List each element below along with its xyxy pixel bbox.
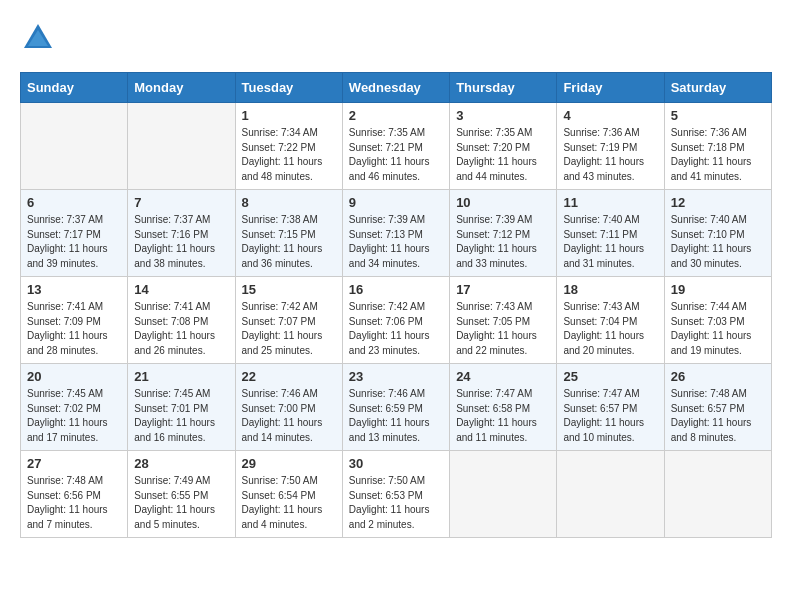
day-number: 17 <box>456 282 550 297</box>
day-info: Sunrise: 7:35 AMSunset: 7:21 PMDaylight:… <box>349 126 443 184</box>
day-number: 26 <box>671 369 765 384</box>
day-info: Sunrise: 7:37 AMSunset: 7:17 PMDaylight:… <box>27 213 121 271</box>
day-number: 6 <box>27 195 121 210</box>
day-number: 11 <box>563 195 657 210</box>
day-info: Sunrise: 7:46 AMSunset: 7:00 PMDaylight:… <box>242 387 336 445</box>
calendar-week-row: 1Sunrise: 7:34 AMSunset: 7:22 PMDaylight… <box>21 103 772 190</box>
calendar-cell: 8Sunrise: 7:38 AMSunset: 7:15 PMDaylight… <box>235 190 342 277</box>
day-info: Sunrise: 7:39 AMSunset: 7:13 PMDaylight:… <box>349 213 443 271</box>
day-number: 5 <box>671 108 765 123</box>
calendar-cell: 25Sunrise: 7:47 AMSunset: 6:57 PMDayligh… <box>557 364 664 451</box>
calendar-cell: 20Sunrise: 7:45 AMSunset: 7:02 PMDayligh… <box>21 364 128 451</box>
calendar-cell: 22Sunrise: 7:46 AMSunset: 7:00 PMDayligh… <box>235 364 342 451</box>
calendar-cell: 9Sunrise: 7:39 AMSunset: 7:13 PMDaylight… <box>342 190 449 277</box>
day-info: Sunrise: 7:47 AMSunset: 6:58 PMDaylight:… <box>456 387 550 445</box>
calendar-cell: 23Sunrise: 7:46 AMSunset: 6:59 PMDayligh… <box>342 364 449 451</box>
day-info: Sunrise: 7:43 AMSunset: 7:04 PMDaylight:… <box>563 300 657 358</box>
day-number: 3 <box>456 108 550 123</box>
day-info: Sunrise: 7:38 AMSunset: 7:15 PMDaylight:… <box>242 213 336 271</box>
day-info: Sunrise: 7:48 AMSunset: 6:57 PMDaylight:… <box>671 387 765 445</box>
day-number: 22 <box>242 369 336 384</box>
weekday-header: Thursday <box>450 73 557 103</box>
day-info: Sunrise: 7:50 AMSunset: 6:53 PMDaylight:… <box>349 474 443 532</box>
calendar-cell: 28Sunrise: 7:49 AMSunset: 6:55 PMDayligh… <box>128 451 235 538</box>
day-number: 14 <box>134 282 228 297</box>
day-info: Sunrise: 7:42 AMSunset: 7:07 PMDaylight:… <box>242 300 336 358</box>
day-info: Sunrise: 7:41 AMSunset: 7:08 PMDaylight:… <box>134 300 228 358</box>
calendar-cell: 29Sunrise: 7:50 AMSunset: 6:54 PMDayligh… <box>235 451 342 538</box>
day-info: Sunrise: 7:42 AMSunset: 7:06 PMDaylight:… <box>349 300 443 358</box>
calendar-cell: 13Sunrise: 7:41 AMSunset: 7:09 PMDayligh… <box>21 277 128 364</box>
calendar-cell <box>128 103 235 190</box>
calendar-week-row: 13Sunrise: 7:41 AMSunset: 7:09 PMDayligh… <box>21 277 772 364</box>
day-number: 21 <box>134 369 228 384</box>
day-number: 16 <box>349 282 443 297</box>
calendar-cell: 16Sunrise: 7:42 AMSunset: 7:06 PMDayligh… <box>342 277 449 364</box>
day-info: Sunrise: 7:36 AMSunset: 7:18 PMDaylight:… <box>671 126 765 184</box>
day-number: 12 <box>671 195 765 210</box>
day-number: 1 <box>242 108 336 123</box>
day-info: Sunrise: 7:45 AMSunset: 7:01 PMDaylight:… <box>134 387 228 445</box>
day-info: Sunrise: 7:40 AMSunset: 7:10 PMDaylight:… <box>671 213 765 271</box>
calendar-cell: 12Sunrise: 7:40 AMSunset: 7:10 PMDayligh… <box>664 190 771 277</box>
logo-icon <box>20 20 56 56</box>
calendar-cell: 18Sunrise: 7:43 AMSunset: 7:04 PMDayligh… <box>557 277 664 364</box>
calendar-cell: 5Sunrise: 7:36 AMSunset: 7:18 PMDaylight… <box>664 103 771 190</box>
day-number: 13 <box>27 282 121 297</box>
day-info: Sunrise: 7:50 AMSunset: 6:54 PMDaylight:… <box>242 474 336 532</box>
day-info: Sunrise: 7:43 AMSunset: 7:05 PMDaylight:… <box>456 300 550 358</box>
calendar-cell: 11Sunrise: 7:40 AMSunset: 7:11 PMDayligh… <box>557 190 664 277</box>
day-number: 10 <box>456 195 550 210</box>
calendar-week-row: 6Sunrise: 7:37 AMSunset: 7:17 PMDaylight… <box>21 190 772 277</box>
day-info: Sunrise: 7:49 AMSunset: 6:55 PMDaylight:… <box>134 474 228 532</box>
day-number: 25 <box>563 369 657 384</box>
calendar-week-row: 27Sunrise: 7:48 AMSunset: 6:56 PMDayligh… <box>21 451 772 538</box>
day-number: 8 <box>242 195 336 210</box>
calendar-cell: 27Sunrise: 7:48 AMSunset: 6:56 PMDayligh… <box>21 451 128 538</box>
day-number: 18 <box>563 282 657 297</box>
day-info: Sunrise: 7:46 AMSunset: 6:59 PMDaylight:… <box>349 387 443 445</box>
day-number: 19 <box>671 282 765 297</box>
calendar-cell: 6Sunrise: 7:37 AMSunset: 7:17 PMDaylight… <box>21 190 128 277</box>
calendar-cell: 26Sunrise: 7:48 AMSunset: 6:57 PMDayligh… <box>664 364 771 451</box>
day-number: 20 <box>27 369 121 384</box>
day-info: Sunrise: 7:47 AMSunset: 6:57 PMDaylight:… <box>563 387 657 445</box>
day-info: Sunrise: 7:40 AMSunset: 7:11 PMDaylight:… <box>563 213 657 271</box>
calendar-cell: 10Sunrise: 7:39 AMSunset: 7:12 PMDayligh… <box>450 190 557 277</box>
calendar-week-row: 20Sunrise: 7:45 AMSunset: 7:02 PMDayligh… <box>21 364 772 451</box>
calendar-cell: 14Sunrise: 7:41 AMSunset: 7:08 PMDayligh… <box>128 277 235 364</box>
day-number: 27 <box>27 456 121 471</box>
day-number: 30 <box>349 456 443 471</box>
day-number: 2 <box>349 108 443 123</box>
calendar-cell: 3Sunrise: 7:35 AMSunset: 7:20 PMDaylight… <box>450 103 557 190</box>
weekday-header: Wednesday <box>342 73 449 103</box>
page-header <box>20 20 772 56</box>
calendar-cell: 30Sunrise: 7:50 AMSunset: 6:53 PMDayligh… <box>342 451 449 538</box>
weekday-header: Tuesday <box>235 73 342 103</box>
day-number: 29 <box>242 456 336 471</box>
day-number: 28 <box>134 456 228 471</box>
calendar-cell <box>557 451 664 538</box>
day-number: 23 <box>349 369 443 384</box>
day-number: 7 <box>134 195 228 210</box>
weekday-header: Friday <box>557 73 664 103</box>
calendar-cell: 2Sunrise: 7:35 AMSunset: 7:21 PMDaylight… <box>342 103 449 190</box>
day-info: Sunrise: 7:36 AMSunset: 7:19 PMDaylight:… <box>563 126 657 184</box>
day-info: Sunrise: 7:39 AMSunset: 7:12 PMDaylight:… <box>456 213 550 271</box>
calendar-cell <box>21 103 128 190</box>
calendar-cell: 21Sunrise: 7:45 AMSunset: 7:01 PMDayligh… <box>128 364 235 451</box>
weekday-header: Monday <box>128 73 235 103</box>
day-number: 24 <box>456 369 550 384</box>
day-number: 15 <box>242 282 336 297</box>
day-info: Sunrise: 7:34 AMSunset: 7:22 PMDaylight:… <box>242 126 336 184</box>
day-number: 9 <box>349 195 443 210</box>
day-info: Sunrise: 7:41 AMSunset: 7:09 PMDaylight:… <box>27 300 121 358</box>
calendar-cell: 15Sunrise: 7:42 AMSunset: 7:07 PMDayligh… <box>235 277 342 364</box>
day-info: Sunrise: 7:45 AMSunset: 7:02 PMDaylight:… <box>27 387 121 445</box>
day-info: Sunrise: 7:44 AMSunset: 7:03 PMDaylight:… <box>671 300 765 358</box>
weekday-header: Saturday <box>664 73 771 103</box>
calendar-cell: 1Sunrise: 7:34 AMSunset: 7:22 PMDaylight… <box>235 103 342 190</box>
day-info: Sunrise: 7:35 AMSunset: 7:20 PMDaylight:… <box>456 126 550 184</box>
calendar-cell <box>450 451 557 538</box>
calendar-cell: 24Sunrise: 7:47 AMSunset: 6:58 PMDayligh… <box>450 364 557 451</box>
